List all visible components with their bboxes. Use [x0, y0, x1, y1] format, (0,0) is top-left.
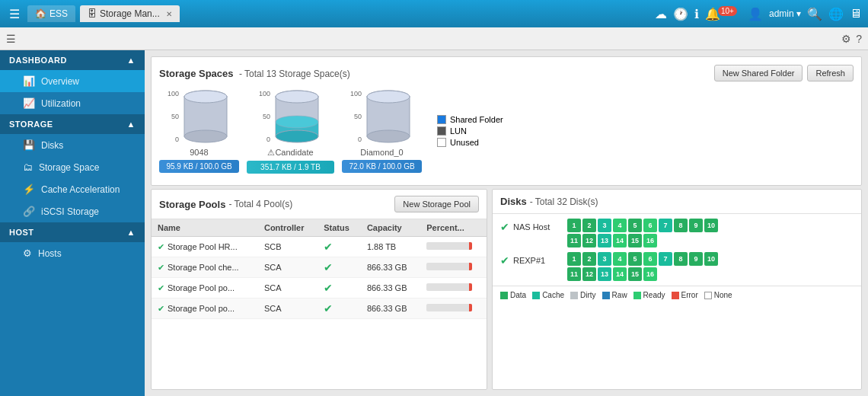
- tab-close-icon[interactable]: ✕: [166, 10, 172, 18]
- disk-legend-label: Dirty: [580, 291, 596, 299]
- home-tab[interactable]: 🏠 ESS: [27, 5, 75, 22]
- disk-number[interactable]: 9: [689, 252, 703, 266]
- menu-icon[interactable]: ☰: [6, 4, 23, 24]
- disk-number[interactable]: 7: [659, 219, 672, 232]
- disk-number[interactable]: 6: [643, 219, 657, 232]
- cylinder-9048: [181, 88, 231, 145]
- cloud-icon[interactable]: ☁: [655, 7, 667, 21]
- user-label[interactable]: admin ▾: [769, 8, 801, 19]
- refresh-btn[interactable]: Refresh: [807, 65, 854, 81]
- svg-point-7: [276, 130, 318, 142]
- legend-shared-folder-label: Shared Folder: [450, 115, 503, 124]
- disk-number[interactable]: 3: [598, 252, 611, 266]
- disk-number[interactable]: 13: [598, 267, 611, 281]
- clock-icon[interactable]: 🕐: [673, 7, 688, 21]
- search-icon[interactable]: 🔍: [807, 7, 822, 21]
- table-row[interactable]: ✔Storage Pool po... SCA ✔ 866.33 GB: [152, 299, 487, 319]
- globe-icon[interactable]: 🌐: [828, 7, 844, 21]
- disk-number[interactable]: 8: [674, 219, 688, 232]
- disk-number[interactable]: 14: [613, 267, 627, 281]
- settings-btn[interactable]: ⚙: [841, 33, 851, 45]
- disk-number[interactable]: 2: [582, 252, 596, 266]
- disk-legend-item: Error: [672, 291, 698, 299]
- capacity-bar: [426, 283, 472, 291]
- disk-number[interactable]: 1: [567, 219, 581, 232]
- disk-number[interactable]: 9: [689, 219, 703, 232]
- status-ok-icon: ✔: [324, 282, 333, 294]
- new-shared-folder-btn[interactable]: New Shared Folder: [714, 65, 803, 81]
- disk-number[interactable]: 16: [643, 267, 657, 281]
- disk-number[interactable]: 2: [582, 219, 596, 232]
- space-bar-diamond: 72.0 KB / 100.0 GB: [342, 160, 422, 173]
- overview-label: Overview: [41, 76, 79, 87]
- sidebar-item-utilization[interactable]: 📈 Utilization: [0, 92, 145, 114]
- space-name-diamond: Diamond_0: [360, 148, 403, 157]
- disk-number[interactable]: 3: [598, 219, 611, 232]
- sidebar-item-overview[interactable]: 📊 Overview: [0, 70, 145, 92]
- disk-number[interactable]: 15: [628, 267, 642, 281]
- storage-spaces-header: Storage Spaces - Total 13 Storage Space(…: [159, 65, 854, 81]
- sidebar-item-cache[interactable]: ⚡ Cache Acceleration: [0, 178, 145, 200]
- disks-header: Disks - Total 32 Disk(s): [493, 190, 861, 214]
- status-ok-icon: ✔: [324, 241, 333, 253]
- hosts-label: Hosts: [38, 248, 62, 259]
- secondbar: ☰ ⚙ ?: [0, 27, 868, 50]
- row-check-icon: ✔: [158, 304, 164, 313]
- disk-number[interactable]: 15: [628, 234, 642, 248]
- disk-number[interactable]: 11: [567, 234, 581, 248]
- disk-legend-label: Error: [681, 291, 698, 299]
- host-section-header[interactable]: HOST ▲: [0, 222, 145, 242]
- cell-capacity: 1.88 TB: [361, 237, 420, 257]
- topbar-icons: ☁ 🕐 ℹ 🔔 10+ 👤 admin ▾ 🔍 🌐 🖥: [655, 7, 862, 21]
- home-tab-label: ESS: [49, 8, 68, 19]
- user-icon[interactable]: 👤: [748, 7, 763, 21]
- disk-number[interactable]: 10: [704, 219, 718, 232]
- sidebar-item-hosts[interactable]: ⚙ Hosts: [0, 242, 145, 264]
- sidebar-toggle-icon[interactable]: ☰: [6, 33, 16, 45]
- disk-number[interactable]: 5: [628, 219, 642, 232]
- capacity-overbar: [469, 304, 472, 311]
- disk-number[interactable]: 16: [643, 234, 657, 248]
- disk-number[interactable]: 11: [567, 267, 581, 281]
- info-icon[interactable]: ℹ: [694, 7, 699, 21]
- disk-number[interactable]: 4: [613, 252, 627, 266]
- disk-number[interactable]: 6: [643, 252, 657, 266]
- storage-section-header[interactable]: STORAGE ▲: [0, 114, 145, 134]
- disks-label: Disks: [41, 140, 63, 151]
- dashboard-section-header[interactable]: DASHBOARD ▲: [0, 50, 145, 70]
- table-row[interactable]: ✔Storage Pool po... SCA ✔ 866.33 GB: [152, 278, 487, 299]
- monitor-icon[interactable]: 🖥: [850, 7, 862, 21]
- sidebar-item-storage-space[interactable]: 🗂 Storage Space: [0, 156, 145, 178]
- disk-number[interactable]: 13: [598, 234, 611, 248]
- active-tab[interactable]: 🗄 Storage Man... ✕: [80, 5, 180, 22]
- disk-legend-item: Cache: [532, 291, 564, 299]
- disk-number[interactable]: 12: [582, 234, 596, 248]
- sidebar-item-iscsi[interactable]: 🔗 iSCSI Storage: [0, 200, 145, 222]
- svg-point-3: [184, 91, 227, 103]
- table-row[interactable]: ✔Storage Pool che... SCA ✔ 866.33 GB: [152, 257, 487, 278]
- svg-point-12: [367, 130, 410, 142]
- disk-number[interactable]: 7: [659, 252, 672, 266]
- disk-host-label: ✔NAS Host: [500, 221, 561, 233]
- disk-row: 111213141516: [567, 234, 718, 248]
- disk-legend-label: None: [714, 291, 732, 299]
- disk-number[interactable]: 4: [613, 219, 627, 232]
- disk-row: 12345678910: [567, 252, 718, 266]
- disk-number[interactable]: 1: [567, 252, 581, 266]
- disk-host-row: ✔REXP#112345678910111213141516: [500, 252, 854, 281]
- host-check-icon: ✔: [500, 221, 509, 233]
- disk-grid: 12345678910111213141516: [567, 219, 718, 248]
- utilization-icon: 📈: [23, 97, 35, 109]
- disk-legend-color: [532, 292, 540, 299]
- new-pool-btn[interactable]: New Storage Pool: [394, 196, 479, 212]
- disk-number[interactable]: 12: [582, 267, 596, 281]
- disk-number[interactable]: 5: [628, 252, 642, 266]
- table-row[interactable]: ✔Storage Pool HR... SCB ✔ 1.88 TB: [152, 237, 487, 257]
- sidebar-item-disks[interactable]: 💾 Disks: [0, 134, 145, 156]
- disk-number[interactable]: 10: [704, 252, 718, 266]
- help-btn[interactable]: ?: [856, 33, 862, 45]
- cylinder-diamond: [364, 88, 413, 145]
- cell-name: ✔Storage Pool po...: [152, 299, 258, 319]
- disk-number[interactable]: 14: [613, 234, 627, 248]
- disk-number[interactable]: 8: [674, 252, 688, 266]
